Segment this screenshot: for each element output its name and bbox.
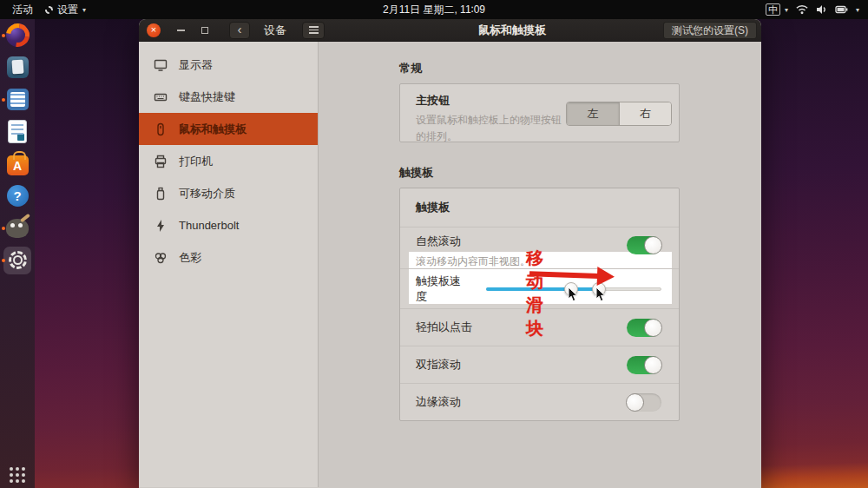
maximize-button[interactable] [196,27,214,34]
system-menu-chevron-icon[interactable]: ▾ [856,6,859,14]
annotation-arrow-icon [529,264,617,286]
help-icon: ? [7,185,29,207]
mouse-icon [154,122,168,136]
edge-scrolling-toggle[interactable] [627,393,661,412]
close-button[interactable]: × [147,23,161,37]
touchpad-header-row: 触摸板 [400,188,679,227]
sidebar-item-label: 打印机 [179,154,213,169]
tap-to-click-toggle[interactable] [627,319,661,337]
natural-scrolling-title: 自然滚动 [416,234,530,249]
volume-icon[interactable] [816,4,827,15]
network-icon[interactable] [796,4,808,15]
sidebar-item-color[interactable]: 色彩 [139,241,318,274]
primary-button-card: 主按钮 设置鼠标和触控板上的物理按钮的排列。 左 右 [399,83,680,142]
settings-gear-icon [9,251,27,269]
toggle-knob [644,319,662,337]
running-indicator [2,227,5,230]
dock-item-settings[interactable] [0,244,35,276]
primary-button-right-option[interactable]: 右 [619,102,671,125]
dock-item-gimp[interactable] [0,212,35,244]
firefox-icon [6,23,30,47]
dock-item-text-editor[interactable] [0,83,35,115]
breadcrumb: 设备 [264,23,286,38]
input-method-label: 中 [766,3,780,16]
thunderbolt-icon [154,219,168,233]
sidebar-item-printers[interactable]: 打印机 [139,145,318,177]
sidebar-item-label: 显示器 [179,57,213,73]
files-icon [7,56,29,78]
sidebar-item-label: 可移动介质 [179,186,235,201]
dock: A ? [0,19,35,488]
dock-item-libreoffice-writer[interactable] [0,115,35,148]
libreoffice-writer-icon [8,120,27,143]
primary-button-subtitle: 设置鼠标和触控板上的物理按钮的排列。 [416,114,562,142]
display-icon [154,58,168,72]
natural-scrolling-subtitle: 滚动移动内容而非视图。 [416,255,530,267]
sidebar-item-label: 鼠标和触摸板 [179,122,247,137]
sidebar-item-label: Thunderbolt [179,219,239,232]
gimp-icon [6,219,29,238]
settings-window: × ‹ 设备 鼠标和触摸板 测试您的设置(S) 显示器 键盘快捷键 [139,19,761,488]
primary-button-segmented-control: 左 右 [566,102,672,126]
mouse-cursor-icon [568,287,579,302]
back-button[interactable]: ‹ [229,22,250,39]
titlebar: × ‹ 设备 鼠标和触摸板 测试您的设置(S) [139,19,761,42]
toggle-knob [644,356,662,374]
primary-button-title: 主按钮 [416,93,565,109]
sidebar: 显示器 键盘快捷键 鼠标和触摸板 [139,42,319,487]
section-title-general: 常规 [399,61,761,76]
natural-scrolling-toggle[interactable] [627,236,661,254]
sidebar-item-keyboard-shortcuts[interactable]: 键盘快捷键 [139,81,318,113]
ubuntu-software-icon: A [7,155,29,175]
text-editor-icon [7,89,29,110]
sidebar-item-mouse-touchpad[interactable]: 鼠标和触摸板 [139,113,318,145]
primary-button-left-option[interactable]: 左 [567,102,619,125]
color-icon [154,251,168,265]
removable-media-icon [154,187,168,201]
show-applications-button[interactable] [10,467,25,483]
battery-icon[interactable] [835,5,848,14]
sidebar-item-thunderbolt[interactable]: Thunderbolt [139,209,318,241]
tap-to-click-title: 轻拍以点击 [416,320,472,335]
touchpad-speed-label: 触摸板速度 [416,274,470,305]
dock-item-help[interactable]: ? [0,180,35,212]
dock-item-files[interactable] [0,51,35,83]
section-title-touchpad: 触摸板 [399,165,761,181]
two-finger-scrolling-row: 双指滚动 [400,346,679,383]
edge-scrolling-row: 边缘滚动 [400,383,679,420]
sidebar-item-removable-media[interactable]: 可移动介质 [139,177,318,209]
toggle-knob [644,236,662,254]
running-indicator [2,34,5,37]
page-title: 鼠标和触摸板 [365,23,660,38]
printer-icon [154,155,168,168]
dock-item-ubuntu-software[interactable]: A [0,148,35,180]
clock[interactable]: 2月11日 星期二, 11∶09 [0,3,868,17]
dock-item-firefox[interactable] [0,19,35,51]
sidebar-item-label: 色彩 [179,250,201,266]
annotation-label: 移动滑块 [526,247,544,340]
input-method-menu[interactable]: 中 ▾ [766,3,788,16]
minimize-button[interactable] [172,30,189,31]
two-finger-scrolling-title: 双指滚动 [416,357,461,373]
edge-scrolling-title: 边缘滚动 [416,394,461,410]
chevron-down-icon: ▾ [785,6,788,14]
keyboard-icon [154,90,168,104]
toggle-knob [626,393,644,412]
running-indicator [2,259,5,262]
sidebar-item-displays[interactable]: 显示器 [139,49,318,81]
touchpad-header-label: 触摸板 [416,200,450,215]
top-bar: 活动 设置 ▾ 2月11日 星期二, 11∶09 中 ▾ [0,0,868,19]
two-finger-scrolling-toggle[interactable] [627,356,661,374]
hamburger-menu-button[interactable] [302,22,325,39]
mouse-cursor-icon [595,287,607,302]
running-indicator [2,98,5,102]
sidebar-item-label: 键盘快捷键 [179,89,235,105]
test-settings-button[interactable]: 测试您的设置(S) [663,22,757,39]
